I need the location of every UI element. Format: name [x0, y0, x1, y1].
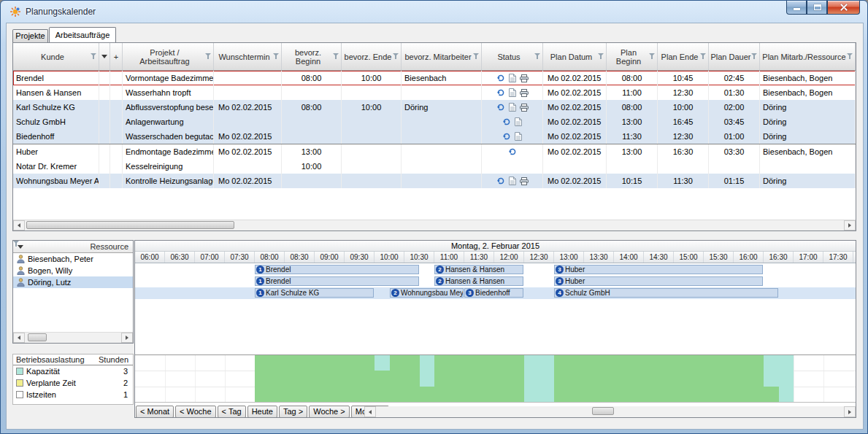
- scrollbar-thumb[interactable]: [28, 333, 47, 341]
- table-row[interactable]: HuberEndmontage BadezimmerMo 02.02.20151…: [13, 144, 856, 159]
- resource-row[interactable]: Biesenbach, Peter: [13, 253, 133, 265]
- nav-week-back-button[interactable]: < Woche: [175, 406, 216, 418]
- filter-icon[interactable]: [649, 53, 656, 60]
- print-icon[interactable]: [519, 103, 529, 112]
- scrollbar-thumb[interactable]: [26, 221, 234, 229]
- scroll-left-arrow[interactable]: [13, 220, 25, 230]
- column-header-marker[interactable]: [99, 43, 110, 70]
- column-header-wunschtermin[interactable]: Wunschtermin: [214, 43, 282, 70]
- schedule-bar[interactable]: 2Hansen & Hansen: [434, 276, 523, 286]
- column-header-plan-beginn[interactable]: Plan Beginn: [607, 43, 658, 70]
- filter-icon[interactable]: [700, 53, 707, 60]
- table-row[interactable]: Karl Schulze KGAbflussverstopfung beseit…: [13, 100, 856, 115]
- refresh-icon[interactable]: [496, 88, 505, 98]
- scroll-right-arrow[interactable]: [844, 220, 856, 230]
- nav-month-back-button[interactable]: < Monat: [136, 406, 174, 418]
- scrollbar-track[interactable]: [25, 333, 121, 343]
- chart-gridline-v: [823, 355, 824, 402]
- schedule-bar[interactable]: 2Hansen & Hansen: [434, 265, 523, 274]
- close-button[interactable]: [827, 1, 860, 15]
- column-header-projekt[interactable]: Projekt / Arbeitsauftrag: [123, 43, 214, 70]
- document-icon[interactable]: [507, 177, 517, 186]
- planned-segment: [375, 371, 390, 402]
- scroll-left-arrow[interactable]: [364, 406, 376, 417]
- print-icon[interactable]: [519, 88, 529, 98]
- nav-today-button[interactable]: Heute: [247, 406, 277, 418]
- table-row[interactable]: BiedenhoffWasserschaden begutachMo 02.02…: [13, 129, 856, 144]
- orders-horizontal-scrollbar[interactable]: [13, 220, 856, 230]
- column-header-plan-datum[interactable]: Plan Datum: [543, 43, 607, 70]
- filter-icon[interactable]: [473, 53, 480, 60]
- tab-projekte[interactable]: Projekte: [12, 29, 48, 42]
- maximize-button[interactable]: [807, 1, 827, 15]
- resource-row[interactable]: Bogen, Willy: [13, 265, 133, 276]
- document-icon[interactable]: [513, 117, 523, 127]
- scrollbar-track[interactable]: [25, 220, 844, 230]
- table-row[interactable]: Notar Dr. KremerKesselreinigung10:00: [13, 159, 856, 174]
- print-icon[interactable]: [519, 177, 529, 186]
- column-header-plan-ressource[interactable]: Plan Mitarb./Ressource: [760, 43, 856, 70]
- refresh-icon[interactable]: [496, 74, 505, 83]
- column-header-kunde[interactable]: Kunde: [13, 43, 99, 70]
- column-header-bevorz-ende[interactable]: bevorz. Ende: [342, 43, 402, 70]
- column-header-status[interactable]: Status: [482, 43, 543, 70]
- filter-icon[interactable]: [333, 53, 339, 60]
- nav-day-back-button[interactable]: < Tag: [218, 406, 246, 418]
- filter-icon[interactable]: [598, 53, 604, 60]
- document-icon[interactable]: [507, 74, 517, 83]
- plan-ende-cell: 10:45: [658, 71, 709, 85]
- filter-icon[interactable]: [273, 53, 280, 60]
- filter-icon[interactable]: [91, 53, 97, 60]
- column-header-plan-ende[interactable]: Plan Ende: [658, 43, 709, 70]
- schedule-bar[interactable]: 3Biedenhoff: [464, 288, 523, 298]
- nav-week-forward-button[interactable]: Woche >: [309, 406, 350, 418]
- refresh-icon[interactable]: [496, 177, 505, 186]
- resource-horizontal-scrollbar[interactable]: [13, 332, 133, 343]
- filter-icon[interactable]: [26, 244, 33, 251]
- scroll-right-arrow[interactable]: [121, 333, 133, 343]
- document-icon[interactable]: [507, 88, 517, 98]
- schedule-bar[interactable]: 1Karl Schulze KG: [255, 288, 374, 298]
- column-header-label: Wunschtermin: [218, 53, 269, 61]
- refresh-icon[interactable]: [502, 132, 511, 142]
- timeline-horizontal-scrollbar[interactable]: [364, 406, 856, 417]
- filter-icon[interactable]: [847, 53, 853, 60]
- scroll-left-arrow[interactable]: [13, 333, 25, 343]
- resource-row[interactable]: Döring, Lutz: [13, 276, 133, 288]
- schedule-bar[interactable]: 3Huber: [554, 276, 763, 286]
- column-header-plan-dauer[interactable]: Plan Dauer: [709, 43, 760, 70]
- table-row[interactable]: BrendelVormontage Badezimmer08:0010:00Bi…: [13, 71, 856, 85]
- column-header-bevorz-beginn[interactable]: bevorz. Beginn: [282, 43, 342, 70]
- filter-icon[interactable]: [534, 53, 541, 60]
- document-icon[interactable]: [507, 103, 517, 112]
- schedule-bar[interactable]: 2Wohnungsbau Meyer AG: [390, 288, 464, 298]
- filter-icon[interactable]: [751, 53, 758, 60]
- column-header-bevorz-mitarbeiter[interactable]: bevorz. Mitarbeiter: [402, 43, 482, 70]
- column-header-plus[interactable]: +: [110, 43, 123, 70]
- titlebar[interactable]: Planungskalender: [1, 1, 867, 23]
- scrollbar-thumb[interactable]: [592, 407, 614, 415]
- plan-ende-cell: 10:00: [658, 100, 709, 115]
- sort-icon[interactable]: [18, 245, 23, 249]
- schedule-bar[interactable]: 1Brendel: [255, 265, 419, 274]
- document-icon[interactable]: [513, 132, 523, 142]
- table-row[interactable]: Hansen & HansenWasserhahn tropftMo 02.02…: [13, 85, 856, 100]
- table-row[interactable]: Wohnungsbau Meyer AGKontrolle Heizungsan…: [13, 174, 856, 188]
- table-row[interactable]: Schulz GmbHAnlagenwartungMo 02.02.201513…: [13, 115, 856, 129]
- print-icon[interactable]: [519, 74, 529, 83]
- scroll-right-arrow[interactable]: [844, 406, 856, 417]
- schedule-bar[interactable]: 4Schulz GmbH: [554, 288, 778, 298]
- filter-icon[interactable]: [393, 53, 399, 60]
- minimize-button[interactable]: [786, 1, 807, 15]
- refresh-icon[interactable]: [507, 147, 517, 157]
- filter-icon[interactable]: [205, 53, 212, 60]
- schedule-bar[interactable]: 1Brendel: [255, 276, 419, 286]
- schedule-bar[interactable]: 3Huber: [554, 265, 763, 274]
- tab-arbeitsauftraege[interactable]: Arbeitsaufträge: [49, 27, 116, 42]
- nav-day-forward-button[interactable]: Tag >: [279, 406, 307, 418]
- refresh-icon[interactable]: [496, 103, 505, 112]
- refresh-icon[interactable]: [502, 117, 511, 127]
- scrollbar-track[interactable]: [376, 406, 844, 417]
- resource-header[interactable]: Ressource: [13, 241, 133, 253]
- plan-ressource-cell: Döring: [760, 174, 856, 188]
